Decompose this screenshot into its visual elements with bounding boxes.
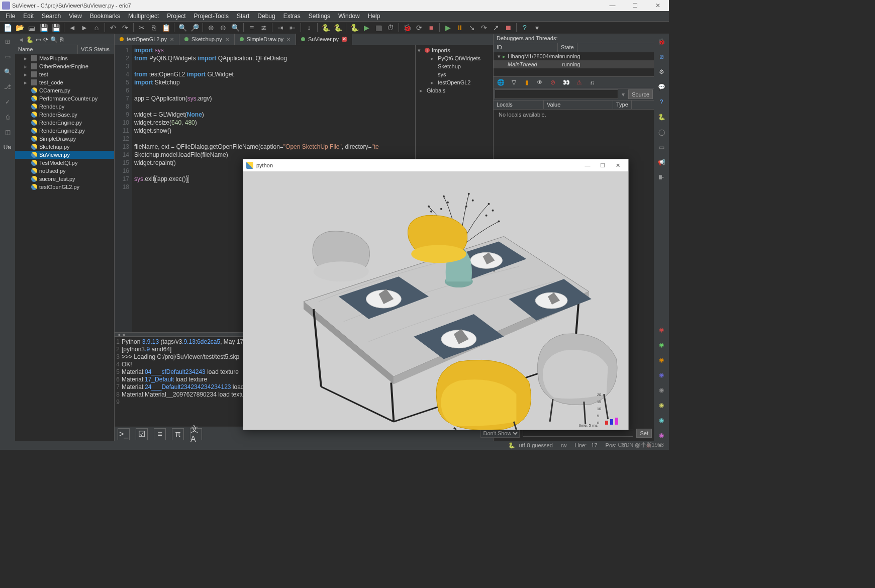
plugin1-icon[interactable]: ◉ [656,324,667,335]
stepover-icon[interactable]: ↷ [478,22,490,33]
zoomout-icon[interactable]: ⊖ [218,22,229,33]
menu-extras[interactable]: Extras [280,12,304,21]
console-check-icon[interactable]: ☑ [136,428,148,440]
editor-tab[interactable]: SimpleDraw.py✕ [235,34,296,45]
file-tree-item[interactable]: sucore_test.py [15,175,114,183]
run-script-icon[interactable]: 🐍 [349,22,360,33]
file-tree-item[interactable]: RenderBase.py [15,111,114,119]
file-tree-item[interactable]: PerformanceCounter.py [15,94,114,103]
bug-icon[interactable]: 🐞 [656,36,667,47]
file-tree-item[interactable]: Render.py [15,103,114,111]
outline-item[interactable]: sys [416,70,493,78]
close-button[interactable]: ✕ [646,0,669,11]
watchexpr-icon[interactable]: 👀 [561,77,571,87]
tab-close-icon[interactable]: ✕ [342,37,347,42]
collapse-icon[interactable]: ◄ [18,36,24,43]
template-icon[interactable]: ⎙ [2,112,13,123]
set-button[interactable]: Set [636,429,652,438]
plugin6-icon[interactable]: ◉ [656,400,667,411]
copypath-icon[interactable]: ⎘ [60,36,63,43]
globe-icon[interactable]: 🌐 [496,77,506,87]
outline-item[interactable]: ▾iImports [416,46,493,54]
tab-close-icon[interactable]: ✕ [170,37,174,42]
filter-icon[interactable]: ▽ [509,77,519,87]
step-icon[interactable]: ↘ [466,22,477,33]
zoom-icon[interactable]: 🔍 [230,22,241,33]
open-icon[interactable]: 📂 [14,22,25,33]
profile-icon[interactable]: ⏱ [385,22,396,33]
file-tree-item[interactable]: ▸MaxPlugins [15,54,114,62]
debugger-col-state[interactable]: State [558,43,577,52]
help-icon[interactable]: ? [656,96,667,108]
debugger-col-id[interactable]: ID [494,43,558,52]
saveall-icon[interactable]: 💾 [50,22,61,33]
copy-icon[interactable]: ⎘ [148,22,159,33]
maximize-button[interactable]: ☐ [624,0,646,11]
outline-item[interactable]: ▸Globals [416,86,493,94]
debug-icon[interactable]: 🐞 [402,22,413,33]
python2-icon[interactable]: 🐍 [332,22,343,33]
continue-icon[interactable]: ▶ [442,22,453,33]
goto-icon[interactable]: ↓ [304,22,315,33]
watch-icon[interactable]: 👁 [535,77,545,87]
new-icon[interactable]: 📄 [2,22,13,33]
save-icon[interactable]: 💾 [38,22,49,33]
plugin4-icon[interactable]: ◉ [656,369,667,380]
pause-icon[interactable]: ⏸ [454,22,465,33]
file-tree-item[interactable]: SimpleDraw.py [15,135,114,143]
menu-project[interactable]: Project [163,12,189,21]
outline-item[interactable]: ▸testOpenGL2 [416,78,493,86]
menu-project-tools[interactable]: Project-Tools [190,12,232,21]
codeview-icon[interactable]: ⎚ [656,51,667,62]
announce-icon[interactable]: 📢 [656,157,667,168]
source-button[interactable]: Source [628,89,653,99]
menu-file[interactable]: File [2,12,19,21]
disasm-icon[interactable]: ⎌ [587,77,597,87]
outline-item[interactable]: ▸PyQt6.QtWidgets [416,54,493,62]
redo-icon[interactable]: ↷ [120,22,131,33]
pywin-maximize[interactable]: ☐ [595,162,610,169]
menu-search[interactable]: Search [38,12,64,21]
chart-icon[interactable]: ⊪ [656,172,667,183]
tab-close-icon[interactable]: ✕ [225,37,229,42]
undo-icon[interactable]: ↶ [108,22,119,33]
indent-icon[interactable]: ⇥ [275,22,286,33]
python-icon[interactable]: 🐍 [320,22,331,33]
plugin3-icon[interactable]: ◉ [656,354,667,365]
vars-col-value[interactable]: Value [544,101,613,109]
dedent-icon[interactable]: ⇤ [287,22,298,33]
stepout-icon[interactable]: ↗ [491,22,502,33]
menu-view[interactable]: View [65,12,85,21]
editor-tab[interactable]: testOpenGL2.py✕ [115,34,179,45]
file-tree-item[interactable]: ▸test_code [15,78,114,86]
menu-help[interactable]: Help [364,12,384,21]
vcs-icon[interactable]: ⎇ [2,81,13,92]
break-icon[interactable]: ⊘ [548,77,558,87]
file-tree-item[interactable]: SuViewer.py [15,151,114,159]
vars-col-locals[interactable]: Locals [494,101,544,109]
project-icon[interactable]: ▭ [2,51,13,62]
back-icon[interactable]: ◄ [67,22,78,33]
coop-icon[interactable]: ⚙ [656,66,667,77]
forward-icon[interactable]: ► [79,22,90,33]
cut-icon[interactable]: ✂ [136,22,147,33]
grid-icon[interactable]: ⊞ [2,36,13,47]
file-tree-item[interactable]: CCamera.py [15,86,114,94]
exception-icon[interactable]: ⚠ [574,77,584,87]
file-tree-item[interactable]: RenderEngine2.py [15,127,114,135]
restart-icon[interactable]: ⟳ [414,22,425,33]
whatsthis-icon[interactable]: ? [519,22,530,33]
find-icon[interactable]: 🔍 [50,36,58,43]
tab-close-icon[interactable]: ✕ [286,37,290,42]
plugin5-icon[interactable]: ◉ [656,384,667,396]
unicode-icon[interactable]: Uɴ [2,142,13,153]
console-list-icon[interactable]: ≡ [154,428,166,440]
file-tree-item[interactable]: ▹OtherRenderEngine [15,62,114,70]
search-icon[interactable]: 🔍 [177,22,188,33]
outline-item[interactable]: Sketchup [416,62,493,70]
replace-icon[interactable]: 🔎 [189,22,200,33]
plugin8-icon[interactable]: ◉ [656,430,667,441]
circle-icon[interactable]: ◯ [656,127,667,138]
home-icon[interactable]: ⌂ [91,22,102,33]
col-vcs[interactable]: VCS Status [78,45,113,54]
